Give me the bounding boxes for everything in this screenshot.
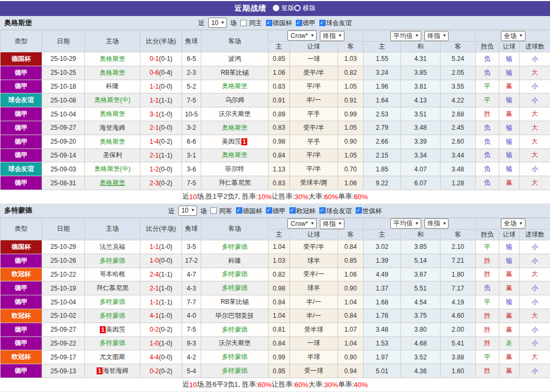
select-value: Crow* <box>290 220 308 228</box>
win-draw-loss-result: 平 <box>476 295 499 309</box>
recent-count-select[interactable]: 10▼ <box>178 206 197 216</box>
checked-checkbox-icon[interactable] <box>296 20 302 26</box>
avg-home-odds: 1.39 <box>364 254 401 268</box>
team-name-link[interactable]: 多特蒙德 <box>222 326 248 333</box>
checked-checkbox-icon[interactable] <box>266 20 272 26</box>
goals-over-under-result: 小 <box>520 323 550 336</box>
full-time-score: 4-1 <box>150 312 159 319</box>
handicap-line: 半/一 <box>290 93 338 107</box>
select-value: 终指 <box>323 32 336 41</box>
avg-draw-odds: 3.39 <box>401 135 441 148</box>
odds-stage-select[interactable]: 终指▼ <box>320 31 344 41</box>
avg-stage-select[interactable]: 终指▼ <box>425 31 449 41</box>
sub-column-header: 和 <box>401 229 441 240</box>
team-name-link[interactable]: 多特蒙德 <box>222 353 248 360</box>
checked-checkbox-icon[interactable] <box>356 207 362 214</box>
home-odds: 0.83 <box>269 80 290 93</box>
team-name-link[interactable]: 多特蒙德 <box>100 298 125 305</box>
team-name-link[interactable]: 奥格斯堡 <box>222 124 248 131</box>
match-type-badge: 德甲 <box>1 254 42 268</box>
recent-count-select[interactable]: 10▼ <box>208 18 227 28</box>
half-time-score: (0-2) <box>159 367 172 375</box>
away-team-cell: 多特蒙德 <box>201 350 269 364</box>
team-name-link: RB莱比锡 <box>221 69 249 76</box>
team-name-link[interactable]: 奥格斯堡 <box>100 138 125 145</box>
away-odds: 0.84 <box>338 240 364 254</box>
away-team-cell: 沃尔夫斯堡 <box>201 107 269 121</box>
handicap-line: 平/半 <box>290 80 338 93</box>
avg-draw-odds: 3.85 <box>401 240 441 254</box>
full-time-score: 1-0 <box>150 257 159 264</box>
half-time-score: (0-2) <box>159 179 172 187</box>
scope-select[interactable]: 全场▼ <box>501 31 525 41</box>
corners-cell: 3-5 <box>182 240 201 254</box>
team-name-link[interactable]: 奥格斯堡 <box>100 69 125 76</box>
layout-radio-horizontal[interactable]: 横版 <box>294 4 316 13</box>
match-row: 德甲25-10-19拜仁慕尼黑2-1(1-0)4-3多特蒙德0.98球半0.90… <box>1 281 550 295</box>
checked-checkbox-icon[interactable] <box>319 207 326 214</box>
unchecked-checkbox-icon[interactable] <box>210 207 217 214</box>
win-draw-loss-result: 平 <box>476 93 499 107</box>
match-row: 德甲25-09-22多特蒙德1-0(1-0)9-3沃尔夫斯堡0.84一球1.04… <box>1 336 550 350</box>
handicap-line: 受平/半 <box>290 240 338 254</box>
match-date: 25-10-08 <box>42 93 85 107</box>
team-name-link[interactable]: 奥格斯堡(中) <box>95 96 131 104</box>
team-name-link[interactable]: 奥格斯堡 <box>100 55 125 62</box>
odds-provider-select[interactable]: Crow*▼ <box>287 218 317 229</box>
home-odds: 1.03 <box>269 254 290 268</box>
section-summary: 近10场,胜1平2负7, 胜率:10% 让胜率:30% 大率:60% 单率:60… <box>0 190 550 204</box>
match-type-badge: 球会友谊 <box>1 162 42 176</box>
team-name-link[interactable]: 多特蒙德 <box>222 243 248 250</box>
team-name-link[interactable]: 多特蒙德 <box>100 339 125 347</box>
summary-stat-value: 10 <box>189 193 197 201</box>
checked-checkbox-icon[interactable] <box>289 207 296 214</box>
team-name-link[interactable]: 奥格斯堡(中) <box>95 165 131 173</box>
unchecked-checkbox-icon[interactable] <box>240 20 247 26</box>
goals-over-under-result: 小 <box>520 240 550 254</box>
summary-stat-value: 30% <box>294 193 308 201</box>
avg-provider-select[interactable]: 平均值▼ <box>390 31 421 41</box>
team-name-link[interactable]: 奥格斯堡 <box>100 110 125 117</box>
header-selects-row: 类型日期主场比分(半场)角球客场Crow*▼终指▼平均值▼终指▼全场▼ <box>1 218 550 229</box>
red-card-badge: 1 <box>97 367 102 374</box>
match-type-badge: 德甲 <box>1 121 42 135</box>
team-name-link[interactable]: 奥格斯堡 <box>222 151 248 159</box>
win-draw-loss-result: 负 <box>476 162 499 176</box>
scope-select[interactable]: 全场▼ <box>501 218 525 229</box>
summary-text: 大率: <box>308 380 324 389</box>
checked-checkbox-icon[interactable] <box>319 20 326 26</box>
page-title: 近期战绩 <box>234 4 266 13</box>
team-name-link[interactable]: 多特蒙德 <box>222 367 248 374</box>
handicap-line: 平/半 <box>290 148 338 162</box>
team-name-link[interactable]: 奥格斯堡 <box>100 179 125 186</box>
odds-provider-select[interactable]: Crow*▼ <box>287 30 317 41</box>
score-cell: 2-1(1-1) <box>140 148 182 162</box>
goals-over-under-result: 大 <box>520 268 550 281</box>
handicap-result: 赢 <box>499 323 520 336</box>
checked-checkbox-icon[interactable] <box>266 207 272 214</box>
header-group-0: Crow*▼终指▼ <box>269 218 364 229</box>
team-name-link[interactable]: 多特蒙德 <box>222 284 248 292</box>
full-time-score: 1-1 <box>150 83 159 90</box>
chevron-down-icon: ▼ <box>191 208 195 213</box>
half-time-score: (0-2) <box>159 326 172 333</box>
handicap-line: 半/一 <box>290 309 338 323</box>
odds-stage-select[interactable]: 终指▼ <box>320 219 344 229</box>
handicap-result: 赢 <box>499 80 520 93</box>
goals-over-under-result: 大 <box>520 121 550 135</box>
team-name-link[interactable]: 多特蒙德 <box>100 257 125 264</box>
team-name-link: 美因茨 <box>222 138 241 145</box>
team-name-link[interactable]: 奥格斯堡 <box>222 82 248 90</box>
full-time-score: 2-1 <box>150 152 159 159</box>
away-team-cell: 波鸿 <box>201 52 269 66</box>
select-value: 全场 <box>504 32 517 41</box>
layout-radio-vertical[interactable]: 竖版 <box>273 4 294 13</box>
team-name-link[interactable]: 多特蒙德 <box>100 312 125 319</box>
handicap-line: 受半/一 <box>290 268 338 281</box>
avg-provider-select[interactable]: 平均值▼ <box>390 218 421 229</box>
avg-stage-select[interactable]: 终指▼ <box>425 218 449 229</box>
team-name-link: 哥本哈根 <box>100 270 125 278</box>
checked-checkbox-icon[interactable] <box>236 207 242 214</box>
corners-cell: 7-5 <box>182 323 201 336</box>
team-name-link[interactable]: 多特蒙德 <box>222 270 248 278</box>
